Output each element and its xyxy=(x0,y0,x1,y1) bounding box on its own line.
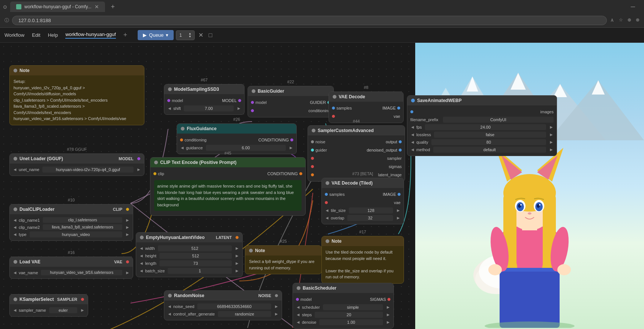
queue-clear-button[interactable]: ✕ xyxy=(197,30,205,40)
active-workflow-tab[interactable]: workflow-hunyuan-gguf xyxy=(65,32,116,39)
type-right[interactable]: ► xyxy=(125,232,130,237)
control-left[interactable]: ◄ xyxy=(167,311,172,317)
clip1-right[interactable]: ► xyxy=(125,218,130,223)
lossless-left[interactable]: ◄ xyxy=(410,132,415,137)
quality-value[interactable]: 80 xyxy=(431,139,546,145)
clip1-value[interactable]: clip_l.safetensors xyxy=(43,217,122,223)
extensions-icon[interactable]: ⊕ xyxy=(627,17,631,24)
tile-value[interactable]: 128 xyxy=(349,207,393,213)
guidance-right[interactable]: ► xyxy=(289,145,293,150)
height-left[interactable]: ◄ xyxy=(139,253,144,258)
tile-left[interactable]: ◄ xyxy=(325,208,329,213)
seed-value[interactable]: 668946330534660 xyxy=(197,303,271,309)
new-tab-button[interactable]: + xyxy=(108,3,118,11)
batch-value[interactable]: 1 xyxy=(168,268,232,274)
edit-menu[interactable]: Edit xyxy=(32,32,40,38)
batch-right[interactable]: ► xyxy=(235,268,239,273)
lossless-right[interactable]: ► xyxy=(549,132,554,137)
unet-name-value[interactable]: hunyuan-video-t2v-720p-q4_0.gguf xyxy=(42,167,134,173)
browser-tab[interactable]: workflow-hunyuan-gguf - Comfy... ✕ xyxy=(10,2,105,12)
method-value[interactable]: default xyxy=(433,147,546,153)
shift-right[interactable]: ► xyxy=(237,106,241,111)
method-left[interactable]: ◄ xyxy=(410,147,415,152)
profile-icon[interactable]: ⊗ xyxy=(636,17,639,24)
width-right[interactable]: ► xyxy=(235,246,239,251)
width-left[interactable]: ◄ xyxy=(139,246,144,251)
help-menu[interactable]: Help xyxy=(48,32,58,38)
workflow-menu[interactable]: Workflow xyxy=(5,32,24,38)
method-row: ◄ method default ► xyxy=(407,146,557,153)
unet-output-label: MODEL xyxy=(119,156,134,161)
samplercustom-sigmas-row: sigmas xyxy=(308,162,405,171)
denoise-value[interactable]: 1.00 xyxy=(319,319,383,325)
height-value[interactable]: 512 xyxy=(159,253,232,259)
quality-right[interactable]: ► xyxy=(549,140,554,145)
width-value[interactable]: 512 xyxy=(158,245,232,251)
overlap-left[interactable]: ◄ xyxy=(325,215,329,221)
clip2-right[interactable]: ► xyxy=(125,225,130,230)
seed-left[interactable]: ◄ xyxy=(167,304,172,309)
vae-left[interactable]: ◄ xyxy=(13,270,17,275)
tab-close-button[interactable]: ✕ xyxy=(95,4,99,10)
type-value[interactable]: hunyuan_video xyxy=(30,231,122,237)
clip2-value[interactable]: llava_llama3_fp8_scaled.safetensors xyxy=(43,224,122,230)
length-value[interactable]: 73 xyxy=(159,260,232,266)
denoise-left[interactable]: ◄ xyxy=(296,320,300,325)
method-right[interactable]: ► xyxy=(549,147,554,152)
minimize-button[interactable]: ─ xyxy=(631,3,641,10)
overlap-right[interactable]: ► xyxy=(396,215,401,221)
vaedecode-samples-port xyxy=(332,107,335,110)
batch-left[interactable]: ◄ xyxy=(139,268,144,273)
sampler-right[interactable]: ► xyxy=(80,308,85,313)
clip2-left[interactable]: ◄ xyxy=(13,225,17,230)
sampler-value[interactable]: euler xyxy=(49,307,77,313)
guidance-left[interactable]: ◄ xyxy=(180,145,185,150)
filename-value[interactable]: ComfyUI xyxy=(443,117,554,123)
control-value[interactable]: randomize xyxy=(218,311,272,317)
scheduler-right[interactable]: ► xyxy=(386,305,390,310)
height-right[interactable]: ► xyxy=(235,253,239,258)
quality-left[interactable]: ◄ xyxy=(410,140,415,145)
basicscheduler-body: model SIGMAS ◄ scheduler simple ► ◄ step… xyxy=(293,293,393,328)
prompt-text[interactable]: anime style anime girl with massive fenn… xyxy=(154,180,302,211)
length-left[interactable]: ◄ xyxy=(139,261,144,266)
length-right[interactable]: ► xyxy=(235,261,239,266)
vae-right[interactable]: ► xyxy=(125,270,130,275)
canvas-area[interactable]: Note Setup: hunyuan_video_t2v_720p_q4_0.… xyxy=(0,43,644,329)
control-right[interactable]: ► xyxy=(274,311,279,317)
vae-value[interactable]: hunyuan_video_vae_bf16.safetensors xyxy=(41,270,122,275)
sampler-left[interactable]: ◄ xyxy=(13,308,17,313)
unet-name-left-arrow[interactable]: ◄ xyxy=(13,167,17,172)
queue-stop-button[interactable]: □ xyxy=(207,30,214,40)
fps-value[interactable]: 24.00 xyxy=(425,124,546,130)
unet-name-right-arrow[interactable]: ► xyxy=(137,167,141,172)
tile-right[interactable]: ► xyxy=(396,208,401,213)
shift-left[interactable]: ◄ xyxy=(167,106,172,111)
steps-right[interactable]: ► xyxy=(386,312,390,317)
denoise-right[interactable]: ► xyxy=(386,320,390,325)
clip1-left[interactable]: ◄ xyxy=(13,218,17,223)
guidance-row: ◄ guidance 6.00 ► xyxy=(177,144,296,152)
address-input[interactable] xyxy=(12,16,607,25)
scheduler-value[interactable]: simple xyxy=(323,304,383,310)
overlap-value[interactable]: 32 xyxy=(347,215,393,221)
lossless-value[interactable]: false xyxy=(434,132,546,138)
reader-icon[interactable]: Ａ xyxy=(610,17,614,24)
add-tab-button[interactable]: + xyxy=(123,31,128,39)
shift-value[interactable]: 7.00 xyxy=(184,105,234,111)
scheduler-left[interactable]: ◄ xyxy=(296,305,300,310)
fps-right[interactable]: ► xyxy=(549,125,554,130)
unet-loader-node: #78 GGUF Unet Loader (GGUF) MODEL ◄ unet… xyxy=(9,153,144,176)
steps-value[interactable]: 20 xyxy=(315,312,383,318)
fps-left[interactable]: ◄ xyxy=(410,125,415,130)
bookmark-icon[interactable]: ☆ xyxy=(619,17,623,24)
queue-stepper[interactable]: ▲ ▼ xyxy=(188,32,191,38)
vaedecode-output-port xyxy=(397,107,400,110)
guidance-value[interactable]: 6.00 xyxy=(206,145,286,151)
type-label: type xyxy=(19,232,27,237)
seed-label: noise_seed xyxy=(173,304,194,309)
queue-button[interactable]: ▶ Queue ▾ xyxy=(138,30,174,40)
steps-left[interactable]: ◄ xyxy=(296,312,300,317)
type-left[interactable]: ◄ xyxy=(13,232,17,237)
seed-right[interactable]: ► xyxy=(274,304,279,309)
